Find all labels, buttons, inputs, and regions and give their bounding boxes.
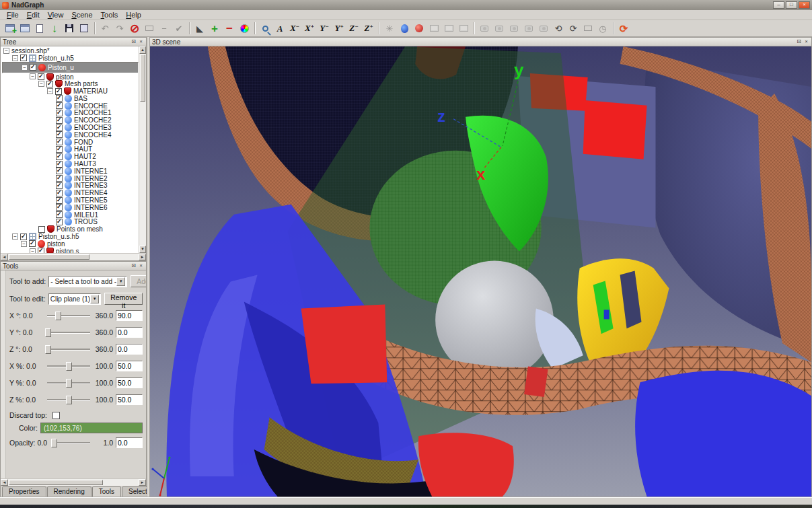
expander-icon[interactable] — [3, 48, 9, 54]
tree-item-haut2[interactable]: HAUT2 — [2, 153, 139, 160]
toolbar-color-palette-button[interactable] — [237, 22, 252, 36]
y-percent-slider[interactable] — [47, 382, 90, 384]
tree-item-interne4[interactable]: INTERNE4 — [2, 189, 139, 196]
visibility-checkbox[interactable] — [56, 124, 63, 131]
expander-icon[interactable] — [30, 248, 36, 253]
y-angle-slider-thumb[interactable] — [45, 328, 51, 337]
toolbar-camera-preset-1-button[interactable] — [477, 22, 492, 36]
x-angle-slider-thumb[interactable] — [55, 312, 61, 320]
toolbar-multiview-button[interactable] — [456, 22, 471, 36]
y-percent-value-input[interactable] — [116, 377, 143, 388]
toolbar-show-points-button[interactable]: ✳ — [382, 22, 397, 36]
expander-icon[interactable] — [47, 88, 53, 94]
tree-view[interactable]: session.shp*Piston_u.h5Piston_upistonMes… — [1, 46, 139, 253]
z-percent-slider-thumb[interactable] — [66, 396, 72, 404]
tree-item-interne2[interactable]: INTERNE2 — [2, 175, 139, 182]
tab-properties[interactable]: Properties — [2, 486, 46, 497]
tool-to-add-select[interactable]: - Select a tool to add - ▼ — [48, 276, 127, 287]
opacity-slider-thumb[interactable] — [51, 439, 57, 447]
maximize-button[interactable] — [786, 1, 797, 9]
visibility-checkbox[interactable] — [56, 139, 63, 145]
scroll-left-button[interactable]: ◄ — [1, 254, 8, 260]
toolbar-camera-preset-3-button[interactable] — [507, 22, 521, 36]
toolbar-view-y-plus-button[interactable]: Y+ — [332, 22, 346, 36]
visibility-checkbox[interactable] — [20, 55, 27, 61]
tree-float-button[interactable] — [131, 39, 137, 45]
menu-scene[interactable]: Scene — [67, 11, 96, 19]
visibility-checkbox[interactable] — [56, 131, 63, 138]
add-tool-button[interactable]: Add — [131, 275, 146, 287]
expander-icon[interactable] — [21, 241, 27, 247]
x-angle-value-input[interactable] — [116, 310, 143, 321]
visibility-checkbox[interactable] — [56, 95, 63, 102]
toolbar-save-as-button[interactable] — [77, 22, 91, 36]
scene-close-button[interactable] — [803, 39, 809, 45]
toolbar-view-x-plus-button[interactable]: X+ — [302, 22, 317, 36]
scroll-track[interactable] — [90, 254, 139, 260]
discard-top-checkbox[interactable] — [52, 412, 60, 419]
tree-item-points-on-mesh[interactable]: Points on mesh — [2, 225, 139, 233]
toolbar-cancel-button[interactable]: ⊘ — [127, 22, 142, 36]
scroll-up-button[interactable]: ▲ — [139, 46, 146, 54]
opacity-slider[interactable] — [52, 442, 90, 444]
expander-icon[interactable] — [12, 233, 18, 240]
tree-item-haut[interactable]: HAUT — [2, 146, 139, 153]
tree-item-interne5[interactable]: INTERNE5 — [2, 196, 139, 204]
tree-item-piston[interactable]: piston — [2, 240, 139, 248]
clip-color-button[interactable]: (102,153,76) — [40, 423, 143, 433]
visibility-checkbox[interactable] — [20, 233, 27, 240]
visibility-checkbox[interactable] — [56, 211, 63, 218]
toolbar-rotate-right-button[interactable]: ⟳ — [566, 22, 581, 36]
scroll-left-button[interactable]: ◄ — [1, 479, 8, 486]
tree-item-trous[interactable]: TROUS — [2, 219, 139, 226]
toolbar-new-scene-button[interactable] — [3, 22, 17, 36]
y-percent-slider-thumb[interactable] — [66, 379, 72, 388]
toolbar-import-file-button[interactable]: ↓ — [47, 22, 62, 36]
tree-item-fond[interactable]: FOND — [2, 139, 139, 146]
title-bar[interactable]: NadGraph — [0, 0, 812, 10]
toolbar-select-rect-button[interactable] — [142, 22, 157, 36]
tree-item-interne6[interactable]: INTERNE6 — [2, 204, 139, 211]
tree-item-bas[interactable]: BAS — [2, 95, 139, 102]
expander-icon[interactable] — [30, 73, 36, 79]
opacity-value-input[interactable] — [116, 437, 143, 448]
z-angle-slider[interactable] — [47, 349, 90, 351]
toolbar-fullscreen-button[interactable] — [581, 22, 595, 36]
toolbar-redo-button[interactable]: ↷ — [112, 22, 127, 36]
z-percent-value-input[interactable] — [116, 394, 143, 405]
tools-vscrollbar[interactable] — [1, 270, 6, 478]
tree-item-piston-u-h5[interactable]: Piston_u.h5 — [2, 55, 139, 62]
toolbar-perspective-head-button[interactable] — [397, 22, 412, 36]
tree-close-button[interactable] — [138, 39, 144, 45]
tree-vscrollbar[interactable]: ▲ ▼ — [139, 46, 146, 253]
x-percent-slider-thumb[interactable] — [66, 362, 72, 371]
scroll-track[interactable] — [104, 479, 139, 486]
toolbar-history-button[interactable]: ◷ — [595, 22, 610, 36]
toolbar-zoom-button[interactable] — [258, 22, 272, 36]
tree-item-piston-s[interactable]: piston.s — [2, 248, 139, 253]
z-angle-value-input[interactable] — [116, 344, 143, 355]
menu-help[interactable]: Help — [122, 11, 145, 19]
z-percent-slider[interactable] — [47, 399, 90, 401]
expander-icon[interactable] — [22, 65, 28, 71]
scene-float-button[interactable] — [796, 39, 802, 45]
tools-hscrollbar[interactable]: ◄ ► — [1, 478, 146, 486]
y-angle-slider[interactable] — [47, 332, 90, 334]
tree-item-encoche3[interactable]: ENCOCHE3 — [2, 124, 139, 131]
scroll-track[interactable] — [139, 102, 146, 246]
visibility-checkbox[interactable] — [56, 110, 63, 116]
tree-item-mesh-parts[interactable]: Mesh parts — [2, 80, 139, 87]
chevron-down-icon[interactable]: ▼ — [116, 277, 125, 286]
toolbar-apply-button[interactable]: ✔ — [172, 22, 186, 36]
scroll-down-button[interactable]: ▼ — [139, 246, 146, 253]
tree-item-encoche4[interactable]: ENCOCHE4 — [2, 131, 139, 139]
visibility-checkbox[interactable] — [56, 146, 63, 153]
menu-view[interactable]: View — [44, 11, 68, 19]
toolbar-remove-item-button[interactable]: − — [222, 22, 237, 36]
menu-edit[interactable]: Edit — [23, 11, 44, 19]
tree-item-encoche[interactable]: ENCOCHE — [2, 102, 139, 110]
tree-item-piston[interactable]: piston — [2, 73, 139, 81]
tree-item-piston-u[interactable]: Piston_u — [2, 62, 139, 73]
toolbar-view-y-minus-button[interactable]: Y− — [317, 22, 332, 36]
tree-item-interne1[interactable]: INTERNE1 — [2, 168, 139, 175]
